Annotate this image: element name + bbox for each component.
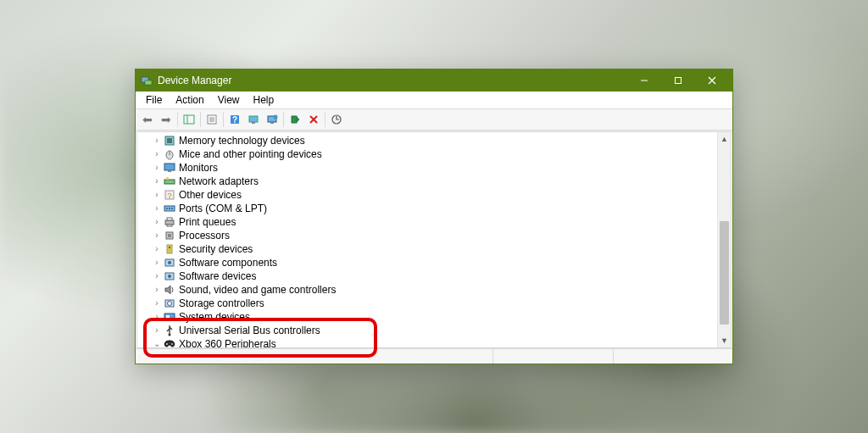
- device-manager-window: Device Manager File Action View Help ⬅ ➡…: [135, 69, 733, 364]
- cpu-icon: [163, 229, 176, 242]
- tree-item[interactable]: ›Monitors: [137, 161, 717, 175]
- tree-item[interactable]: ›Software components: [137, 256, 717, 269]
- tree-item[interactable]: ›Security devices: [137, 242, 717, 256]
- chevron-right-icon[interactable]: ›: [151, 175, 163, 188]
- tree-item[interactable]: ›Network adapters: [137, 175, 717, 188]
- chip-icon: [163, 134, 176, 147]
- vertical-scrollbar[interactable]: ▲ ▼: [717, 132, 731, 347]
- toolbar-separator: [200, 112, 201, 127]
- maximize-button[interactable]: [661, 69, 695, 92]
- svg-point-34: [166, 208, 168, 209]
- scroll-track[interactable]: [718, 146, 731, 334]
- close-button[interactable]: [695, 69, 729, 92]
- minimize-button[interactable]: [627, 69, 661, 92]
- svg-text:?: ?: [232, 115, 237, 125]
- chevron-right-icon[interactable]: ›: [151, 134, 163, 147]
- tree-item[interactable]: ›Print queues: [137, 215, 717, 229]
- tree-item-label: Other devices: [179, 188, 242, 202]
- software-icon: [163, 269, 176, 283]
- chevron-right-icon[interactable]: ›: [151, 283, 163, 297]
- printer-icon: [163, 215, 176, 229]
- help-button[interactable]: ?: [225, 111, 244, 129]
- chevron-right-icon[interactable]: ›: [151, 324, 163, 337]
- svg-point-52: [169, 334, 171, 336]
- security-icon: [163, 242, 176, 256]
- network-icon: [163, 175, 176, 188]
- chevron-right-icon[interactable]: ›: [151, 215, 163, 229]
- tree-item[interactable]: ⌄Xbox 360 Peripherals: [137, 337, 717, 347]
- tree-item[interactable]: ›Ports (COM & LPT): [137, 202, 717, 215]
- tree-item[interactable]: ›Software devices: [137, 269, 717, 283]
- window-title: Device Manager: [158, 75, 627, 86]
- toolbar-separator: [177, 112, 178, 127]
- tree-item[interactable]: ›System devices: [137, 310, 717, 324]
- monitor-icon: [163, 161, 176, 175]
- tree-item[interactable]: ›Memory technology devices: [137, 134, 717, 147]
- svg-rect-3: [676, 78, 682, 84]
- svg-rect-29: [164, 180, 175, 184]
- status-cell: [136, 349, 492, 364]
- tree-item-label: Network adapters: [179, 175, 259, 188]
- chevron-right-icon[interactable]: ›: [151, 202, 163, 215]
- menu-help[interactable]: Help: [247, 92, 281, 108]
- scroll-thumb[interactable]: [720, 221, 729, 325]
- nav-forward-button[interactable]: ➡: [157, 111, 175, 129]
- svg-rect-27: [164, 164, 175, 170]
- update-driver-button[interactable]: [263, 111, 281, 129]
- chevron-right-icon[interactable]: ›: [151, 229, 163, 242]
- tree-item[interactable]: ›Mice and other pointing devices: [137, 147, 717, 161]
- enable-device-button[interactable]: [286, 111, 304, 129]
- scan-hardware-button[interactable]: [244, 111, 263, 129]
- status-cell: [613, 349, 732, 364]
- properties-button[interactable]: [203, 111, 221, 129]
- other-icon: ?: [163, 188, 176, 202]
- tree-item[interactable]: ›Processors: [137, 229, 717, 242]
- chevron-right-icon[interactable]: ›: [151, 147, 163, 161]
- chevron-right-icon[interactable]: ›: [151, 161, 163, 175]
- menu-action[interactable]: Action: [169, 92, 210, 108]
- scroll-down-icon[interactable]: ▼: [718, 334, 731, 347]
- tree-item-label: Ports (COM & LPT): [179, 202, 267, 215]
- svg-rect-28: [168, 170, 171, 172]
- svg-rect-6: [184, 115, 194, 124]
- chevron-right-icon[interactable]: ›: [151, 269, 163, 283]
- scan-for-changes-button[interactable]: [327, 111, 346, 129]
- software-icon: [163, 256, 176, 269]
- sound-icon: [163, 283, 176, 297]
- svg-point-36: [171, 208, 173, 209]
- tree-item[interactable]: ›Storage controllers: [137, 297, 717, 310]
- tree-item[interactable]: ›Universal Serial Bus controllers: [137, 324, 717, 337]
- svg-rect-14: [249, 116, 258, 122]
- status-cell: [492, 349, 612, 364]
- arrow-left-icon: ⬅: [142, 114, 153, 125]
- menu-file[interactable]: File: [139, 92, 169, 108]
- svg-rect-24: [167, 138, 172, 143]
- uninstall-device-button[interactable]: [304, 111, 323, 129]
- svg-text:?: ?: [167, 192, 171, 200]
- chevron-right-icon[interactable]: ›: [151, 188, 163, 202]
- svg-rect-51: [166, 315, 170, 319]
- svg-rect-42: [167, 245, 172, 253]
- port-icon: [163, 202, 176, 215]
- chevron-right-icon[interactable]: ›: [151, 310, 163, 324]
- system-icon: [163, 310, 176, 324]
- tree-item-label: Security devices: [179, 242, 253, 256]
- titlebar[interactable]: Device Manager: [136, 69, 732, 92]
- tree-item[interactable]: ›?Other devices: [137, 188, 717, 202]
- svg-point-53: [171, 343, 173, 345]
- chevron-down-icon[interactable]: ⌄: [151, 337, 163, 347]
- chevron-right-icon[interactable]: ›: [151, 297, 163, 310]
- nav-back-button[interactable]: ⬅: [138, 111, 157, 129]
- tree-item[interactable]: ›Sound, video and game controllers: [137, 283, 717, 297]
- chevron-right-icon[interactable]: ›: [151, 256, 163, 269]
- menu-view[interactable]: View: [211, 92, 247, 108]
- show-hide-tree-button[interactable]: [180, 111, 198, 129]
- scroll-up-icon[interactable]: ▲: [718, 132, 731, 146]
- app-icon: [141, 75, 153, 86]
- tree-item-label: Software components: [179, 256, 277, 269]
- mouse-icon: [163, 147, 176, 161]
- tree-item-label: Software devices: [179, 269, 256, 283]
- tree-item-label: Universal Serial Bus controllers: [179, 324, 320, 337]
- chevron-right-icon[interactable]: ›: [151, 242, 163, 256]
- tree-item-label: Monitors: [179, 161, 218, 175]
